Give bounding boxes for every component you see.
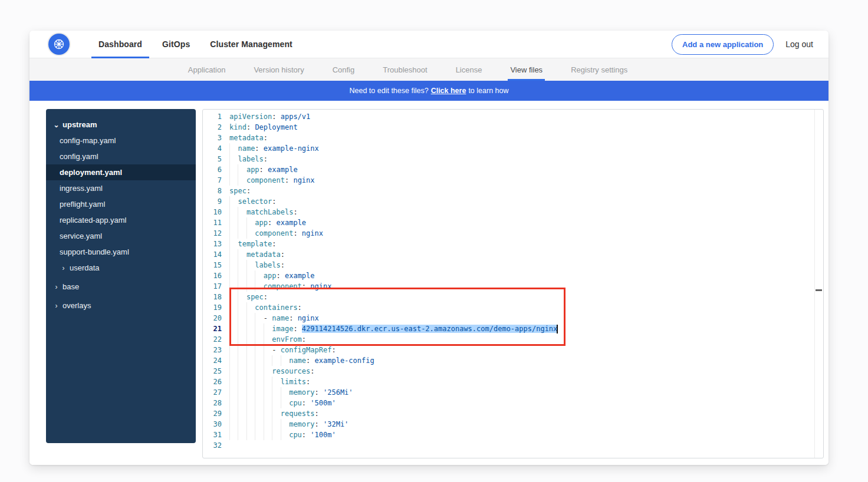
indent-guide-line	[229, 387, 230, 398]
tree-item-config-yaml[interactable]: config.yaml	[46, 148, 196, 164]
indent-guide-line	[238, 228, 238, 239]
tab-registry-settings[interactable]: Registry settings	[571, 58, 627, 81]
indent-guide-line	[238, 292, 238, 302]
tab-application[interactable]: Application	[188, 58, 226, 81]
chevron-right-icon[interactable]: ›	[52, 302, 60, 310]
tab-view-files[interactable]: View files	[510, 58, 542, 81]
line-number: 7	[203, 175, 222, 186]
indent-guide-line	[238, 260, 238, 270]
line-number: 9	[203, 196, 222, 207]
indent-guide-line	[229, 196, 230, 207]
tree-item-userdata[interactable]: ›userdata	[46, 260, 196, 276]
line-number: 8	[203, 186, 222, 196]
nav-item-gitops[interactable]: GitOps	[155, 31, 197, 58]
code-line-14: 14 metadata:	[203, 249, 823, 260]
line-number: 17	[203, 281, 222, 292]
overview-ruler[interactable]	[814, 110, 815, 458]
indent-guide-line	[246, 217, 247, 228]
banner-text-after: to learn how	[468, 87, 508, 95]
chevron-right-icon[interactable]: ›	[60, 264, 67, 272]
code-line-28: 28 cpu: '500m'	[203, 398, 823, 408]
kubernetes-logo-icon[interactable]	[48, 34, 70, 55]
chevron-right-icon[interactable]: ›	[52, 283, 60, 291]
indent-guide-line	[238, 377, 238, 387]
tree-item-config-map-yaml[interactable]: config-map.yaml	[46, 133, 196, 148]
tab-version-history[interactable]: Version history	[254, 58, 304, 81]
indent-guide-line	[264, 398, 264, 408]
line-number: 32	[203, 440, 222, 451]
indent-guide-line	[264, 387, 264, 398]
tab-config[interactable]: Config	[333, 58, 355, 81]
indent-guide-line	[246, 260, 247, 270]
code-line-content: app: example	[229, 217, 306, 228]
tree-item-label: support-bundle.yaml	[60, 247, 129, 256]
tab-license[interactable]: License	[456, 58, 482, 81]
tree-item-deployment-yaml[interactable]: deployment.yaml	[46, 164, 196, 180]
line-number: 5	[203, 154, 222, 164]
line-number: 26	[203, 377, 222, 387]
indent-guide-line	[229, 260, 230, 270]
indent-guide-line	[238, 408, 238, 419]
tree-item-preflight-yaml[interactable]: preflight.yaml	[46, 196, 196, 212]
indent-guide-line	[255, 345, 255, 355]
indent-guide-line	[238, 366, 238, 377]
code-line-content: app: example	[229, 164, 298, 175]
line-number: 15	[203, 260, 222, 270]
indent-guide-line	[255, 398, 255, 408]
indent-guide-line	[229, 345, 230, 355]
code-editor[interactable]: 1apiVersion: apps/v12kind: Deployment3me…	[202, 109, 824, 458]
code-line-22: 22 envFrom:	[203, 334, 823, 345]
line-number: 10	[203, 207, 222, 217]
tree-item-support-bundle-yaml[interactable]: support-bundle.yaml	[46, 244, 196, 260]
tab-troubleshoot[interactable]: Troubleshoot	[383, 58, 427, 81]
indent-guide-line	[246, 377, 247, 387]
code-line-10: 10 matchLabels:	[203, 207, 823, 217]
indent-guide-line	[272, 377, 272, 387]
line-number: 14	[203, 249, 222, 260]
nav-item-cluster-management[interactable]: Cluster Management	[203, 31, 300, 58]
indent-guide-line	[238, 270, 238, 281]
indent-guide-line	[229, 419, 230, 430]
tree-item-ingress-yaml[interactable]: ingress.yaml	[46, 180, 196, 196]
chevron-down-icon[interactable]: ⌄	[52, 121, 60, 129]
indent-guide-line	[281, 430, 281, 440]
tree-item-label: config-map.yaml	[60, 136, 116, 145]
code-line-27: 27 memory: '256Mi'	[203, 387, 823, 398]
banner-click-here-link[interactable]: Click here	[431, 87, 466, 95]
indent-guide-line	[255, 323, 255, 334]
code-line-content: selector:	[229, 196, 276, 207]
tree-item-upstream[interactable]: ⌄upstream	[46, 117, 196, 133]
file-tree: ⌄upstreamconfig-map.yamlconfig.yamldeplo…	[46, 109, 196, 443]
nav-item-dashboard[interactable]: Dashboard	[91, 31, 149, 58]
code-line-content: limits:	[229, 377, 310, 387]
logout-link[interactable]: Log out	[785, 39, 813, 49]
view-files-content: ⌄upstreamconfig-map.yamlconfig.yamldeplo…	[29, 101, 828, 465]
line-number: 30	[203, 419, 222, 430]
code-lines: 1apiVersion: apps/v12kind: Deployment3me…	[203, 110, 823, 451]
text-cursor	[557, 325, 558, 334]
indent-guide-line	[246, 355, 247, 366]
tree-item-label: ingress.yaml	[60, 184, 103, 193]
code-line-content: - name: nginx	[229, 313, 319, 323]
overview-ruler-cursor-mark[interactable]	[816, 289, 822, 291]
indent-guide-line	[246, 281, 247, 292]
code-line-21: 21 image: 429114214526.dkr.ecr.us-east-2…	[203, 323, 823, 334]
indent-guide-line	[264, 430, 264, 440]
tree-item-base[interactable]: ›base	[46, 279, 196, 295]
code-line-26: 26 limits:	[203, 377, 823, 387]
line-number: 12	[203, 228, 222, 239]
indent-guide-line	[246, 313, 247, 323]
code-line-content: template:	[229, 239, 276, 249]
tree-item-replicated-app-yaml[interactable]: replicated-app.yaml	[46, 212, 196, 228]
line-number: 1	[203, 111, 222, 122]
indent-guide-line	[255, 387, 255, 398]
code-line-25: 25 resources:	[203, 366, 823, 377]
indent-guide-line	[281, 355, 281, 366]
indent-guide-line	[246, 387, 247, 398]
indent-guide-line	[229, 366, 230, 377]
tree-item-service-yaml[interactable]: service.yaml	[46, 228, 196, 244]
add-application-button[interactable]: Add a new application	[672, 34, 774, 55]
code-line-content: apiVersion: apps/v1	[229, 111, 310, 122]
tree-item-overlays[interactable]: ›overlays	[46, 298, 196, 313]
indent-guide-line	[255, 281, 255, 292]
